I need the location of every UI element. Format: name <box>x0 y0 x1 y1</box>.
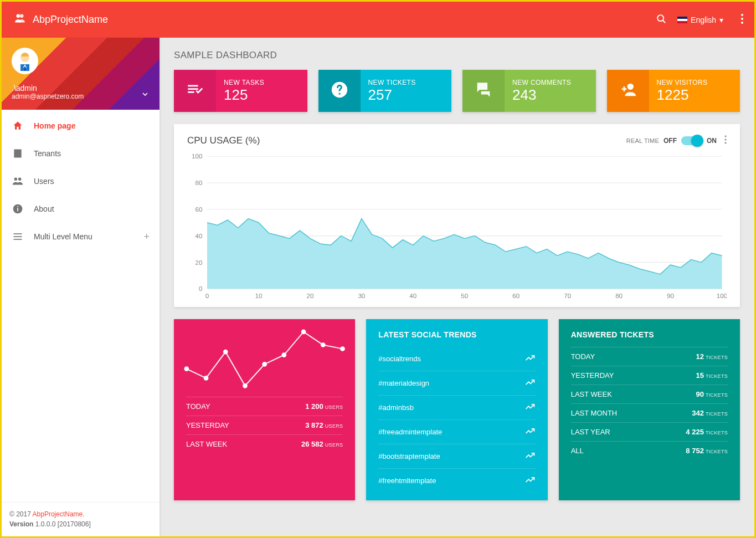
nav-users[interactable]: Users <box>2 167 160 195</box>
stat-new-tasks[interactable]: NEW TASKS125 <box>174 70 307 112</box>
svg-text:20: 20 <box>306 293 313 299</box>
brand-icon <box>13 11 27 28</box>
stat-new-tickets[interactable]: NEW TICKETS257 <box>318 70 452 112</box>
spark-chart <box>181 326 348 387</box>
trend-item[interactable]: #bootstraptemplate <box>378 444 535 468</box>
playlist-check-icon <box>186 80 204 101</box>
nav-tenants[interactable]: Tenants <box>2 140 160 167</box>
trends-title: LATEST SOCIAL TRENDS <box>378 330 535 339</box>
answered-row: LAST MONTH342TICKETS <box>571 403 728 422</box>
users-panel: TODAY1 200USERSYESTERDAY3 872USERSLAST W… <box>174 319 355 500</box>
help-icon <box>330 80 349 101</box>
copyright: © 2017 <box>9 510 33 518</box>
trending-up-icon <box>524 450 536 463</box>
stat-value: 257 <box>368 86 444 104</box>
row-unit: TICKETS <box>706 373 728 379</box>
cpu-more-icon[interactable] <box>724 135 727 146</box>
trends-panel: LATEST SOCIAL TRENDS #socialtrends#mater… <box>366 319 547 500</box>
svg-point-54 <box>321 342 326 347</box>
svg-text:70: 70 <box>564 293 571 299</box>
svg-point-0 <box>17 14 20 18</box>
expand-icon[interactable]: + <box>143 231 150 243</box>
answered-row: LAST YEAR4 225TICKETS <box>571 422 728 441</box>
realtime-switch[interactable] <box>681 136 702 145</box>
stat-new-visitors[interactable]: NEW VISITORS1225 <box>607 70 740 112</box>
row-unit: TICKETS <box>706 355 728 360</box>
switch-off-label: OFF <box>664 137 677 145</box>
svg-text:20: 20 <box>196 259 203 266</box>
trend-text: #socialtrends <box>378 355 421 363</box>
avatar[interactable] <box>12 48 38 74</box>
stat-label: NEW COMMENTS <box>512 79 588 86</box>
search-icon[interactable] <box>655 13 667 27</box>
svg-text:0: 0 <box>205 293 209 299</box>
trend-item[interactable]: #freeadmintemplate <box>378 419 535 444</box>
nav-about[interactable]: About <box>2 195 160 223</box>
trend-item[interactable]: #materialdesign <box>378 371 535 395</box>
stat-label: NEW VISITORS <box>657 79 733 86</box>
answered-title: ANSWERED TICKETS <box>571 330 728 339</box>
svg-text:100: 100 <box>192 153 202 160</box>
svg-text:80: 80 <box>196 180 203 186</box>
home-icon <box>12 120 24 132</box>
stats-row: NEW TASKS125 NEW TICKETS257 NEW COMMENTS… <box>174 70 740 112</box>
trending-up-icon <box>524 426 536 438</box>
user-menu-toggle[interactable] <box>141 90 150 101</box>
trend-text: #bootstraptemplate <box>378 452 440 460</box>
nav: Home page Tenants Users About Multi Leve… <box>2 110 160 250</box>
trending-up-icon <box>524 377 536 390</box>
sidebar-footer: © 2017 AbpProjectName. Version 1.0.0.0 [… <box>2 502 160 536</box>
row-value: 3 872 <box>305 421 323 429</box>
switch-on-label: ON <box>707 137 717 145</box>
svg-point-20 <box>627 84 633 90</box>
language-selector[interactable]: English ▾ <box>677 16 723 24</box>
topbar-more-icon[interactable] <box>741 14 743 26</box>
svg-point-6 <box>741 22 743 24</box>
trend-item[interactable]: #socialtrends <box>378 347 535 371</box>
people-icon <box>12 175 24 187</box>
row-unit: USERS <box>325 404 343 410</box>
user-name: .\admin <box>12 84 150 93</box>
answered-row: ALL8 752TICKETS <box>571 441 728 460</box>
svg-line-3 <box>663 20 666 23</box>
cpu-chart: 0204060801000102030405060708090100 <box>187 152 727 301</box>
svg-text:40: 40 <box>196 233 203 239</box>
stat-new-comments[interactable]: NEW COMMENTS243 <box>462 70 596 112</box>
row-value: 12 <box>696 352 703 361</box>
nav-multilevel[interactable]: Multi Level Menu + <box>2 223 160 250</box>
svg-text:80: 80 <box>615 293 623 299</box>
trend-item[interactable]: #freehtmltemplate <box>378 468 535 493</box>
info-icon <box>12 203 24 215</box>
caret-down-icon: ▾ <box>719 16 723 24</box>
page-title: SAMPLE DASHBOARD <box>174 50 740 61</box>
trend-text: #adminbsb <box>378 403 414 412</box>
row-unit: USERS <box>325 423 343 429</box>
bottom-panels: TODAY1 200USERSYESTERDAY3 872USERSLAST W… <box>174 319 740 500</box>
main: SAMPLE DASHBOARD NEW TASKS125 NEW TICKET… <box>160 38 754 536</box>
svg-point-23 <box>724 142 726 144</box>
version-label: Version <box>9 520 33 528</box>
row-unit: TICKETS <box>706 430 728 435</box>
row-key: LAST WEEK <box>186 440 227 448</box>
nav-label: Multi Level Menu <box>34 232 92 241</box>
row-value: 1 200 <box>305 402 323 411</box>
svg-point-55 <box>340 346 345 351</box>
row-key: TODAY <box>571 352 595 361</box>
trending-up-icon <box>524 352 536 365</box>
brand[interactable]: AbpProjectName <box>13 11 108 28</box>
row-key: YESTERDAY <box>571 371 614 380</box>
users-row: YESTERDAY3 872USERS <box>186 416 343 434</box>
trend-item[interactable]: #adminbsb <box>378 395 535 419</box>
svg-point-19 <box>338 93 340 94</box>
row-unit: TICKETS <box>706 411 728 417</box>
svg-point-5 <box>741 18 743 20</box>
cpu-card: CPU USAGE (%) REAL TIME OFF ON 020406080… <box>174 124 740 307</box>
realtime-label: REAL TIME <box>626 137 659 144</box>
svg-text:10: 10 <box>255 293 262 299</box>
svg-rect-14 <box>17 206 18 207</box>
svg-rect-13 <box>17 208 18 211</box>
svg-point-50 <box>243 383 248 388</box>
footer-project: AbpProjectName. <box>33 510 85 518</box>
row-key: YESTERDAY <box>186 421 229 429</box>
nav-home[interactable]: Home page <box>2 112 160 140</box>
